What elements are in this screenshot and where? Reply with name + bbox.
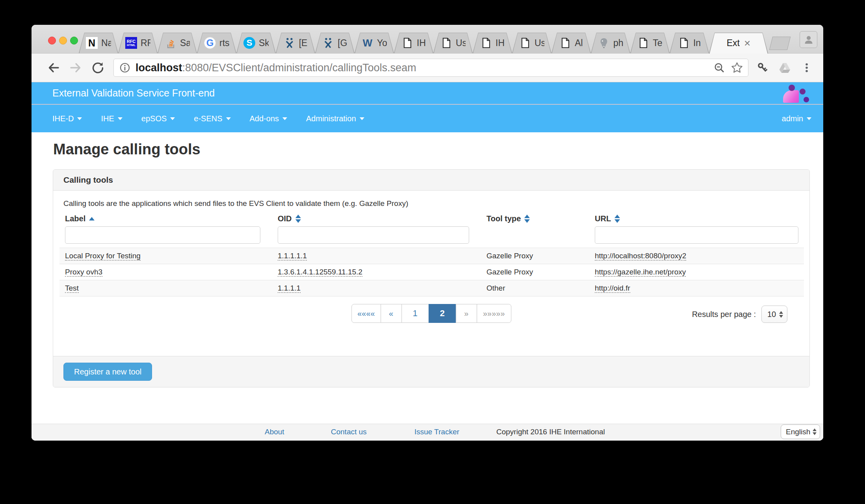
browser-tab[interactable]: IH [473, 33, 512, 53]
column-header-oid[interactable]: OID [272, 213, 481, 226]
select-stepper-icon [779, 311, 783, 318]
browser-tab[interactable]: In [670, 33, 709, 53]
first-page-button[interactable]: «««« [351, 304, 381, 323]
chevron-down-icon [807, 117, 811, 120]
browser-tab[interactable]: IH [394, 33, 433, 53]
menu-administration[interactable]: Administration [306, 114, 364, 123]
page-info-icon[interactable] [119, 62, 130, 73]
oid-filter-input[interactable] [278, 226, 469, 244]
calling-tools-panel: Calling tools Calling tools are the appl… [53, 169, 810, 387]
document-icon [559, 37, 571, 49]
about-link[interactable]: About [265, 428, 284, 436]
bookmark-star-icon[interactable] [731, 61, 743, 74]
main-menu: IHE-D IHE epSOS e-SENS Add-ons Administr… [32, 105, 823, 132]
google-icon: G [204, 37, 216, 49]
tool-url-link[interactable]: http://oid.fr [595, 284, 630, 293]
chevron-down-icon [118, 117, 123, 120]
previous-page-button[interactable]: « [381, 304, 402, 323]
reload-button[interactable] [87, 59, 109, 77]
page-1-button[interactable]: 1 [401, 304, 429, 323]
back-button[interactable] [43, 59, 65, 77]
browser-tab[interactable]: Us [512, 33, 551, 53]
menu-ihe[interactable]: IHE [101, 114, 122, 123]
tool-type-text: Gazelle Proxy [486, 268, 533, 276]
next-page-button[interactable]: » [456, 304, 477, 323]
minimize-window-button[interactable] [59, 37, 67, 44]
browser-tab[interactable]: Us [433, 33, 473, 53]
browser-tab[interactable]: ph [591, 33, 630, 53]
menu-epsos[interactable]: epSOS [141, 114, 175, 123]
tool-label-link[interactable]: Proxy ovh3 [65, 268, 102, 277]
register-new-tool-button[interactable]: Register a new tool [63, 363, 152, 381]
page-content: Manage calling tools Calling tools Calli… [32, 132, 823, 441]
browser-tab[interactable]: Sa [158, 33, 197, 53]
profile-button[interactable] [800, 31, 817, 48]
tool-label-link[interactable]: Test [65, 284, 79, 293]
column-header-url[interactable]: URL [589, 213, 804, 226]
label-filter-input[interactable] [65, 226, 260, 244]
zoom-out-icon[interactable] [713, 62, 725, 74]
drive-icon [778, 61, 791, 74]
sort-icon[interactable] [295, 215, 301, 223]
language-select[interactable]: English [781, 424, 820, 439]
n-icon: N [86, 37, 98, 49]
sort-icon[interactable] [614, 215, 620, 223]
url-filter-input[interactable] [595, 226, 798, 244]
last-page-button[interactable]: »»»»» [477, 304, 511, 323]
browser-tab[interactable]: RFCHTMLRF [118, 33, 158, 53]
issue-tracker-link[interactable]: Issue Tracker [414, 428, 459, 436]
browser-tab[interactable]: SSk [236, 33, 276, 53]
browser-window: NNa RFCHTMLRF Sa Grts SSk [E [G WYo IH U… [32, 25, 823, 441]
calling-tools-table: Label OID Tool type URL Local P [59, 213, 804, 296]
tool-label-link[interactable]: Local Proxy for Testing [65, 252, 141, 261]
jira-icon [284, 37, 295, 49]
browser-tab[interactable]: WYo [355, 33, 394, 53]
browser-tab[interactable]: Al [551, 33, 591, 53]
select-stepper-icon [813, 428, 817, 435]
stackoverflow-icon [165, 37, 176, 49]
kebab-menu-icon [801, 62, 813, 74]
column-header-tool-type[interactable]: Tool type [481, 213, 589, 226]
browser-tab[interactable]: Te [630, 33, 670, 53]
browser-tab[interactable]: NNa [79, 33, 118, 53]
password-extension-button[interactable] [752, 59, 774, 77]
menu-user-admin[interactable]: admin [782, 114, 811, 123]
page-2-button[interactable]: 2 [429, 304, 456, 323]
tool-oid-link[interactable]: 1.3.6.1.4.1.12559.11.15.2 [278, 268, 362, 277]
menu-addons[interactable]: Add-ons [250, 114, 288, 123]
browser-tab[interactable]: Grts [197, 33, 236, 53]
rfc-html-icon: RFCHTML [125, 37, 137, 49]
browser-tab[interactable]: [G [315, 33, 355, 53]
document-icon [480, 37, 492, 49]
results-per-page-label: Results per page : [692, 310, 756, 319]
tool-url-link[interactable]: https://gazelle.ihe.net/proxy [595, 268, 686, 277]
tool-oid-link[interactable]: 1.1.1.1.1 [278, 252, 307, 261]
drive-extension-button[interactable] [774, 59, 796, 77]
browser-menu-button[interactable] [796, 59, 818, 77]
zoom-window-button[interactable] [70, 37, 78, 44]
column-header-label[interactable]: Label [59, 213, 272, 226]
close-tab-icon[interactable]: × [744, 38, 750, 49]
contact-us-link[interactable]: Contact us [331, 428, 367, 436]
gazelle-logo-icon [783, 85, 812, 103]
tool-oid-link[interactable]: 1.1.1.1 [278, 284, 301, 293]
new-tab-button[interactable] [769, 37, 791, 50]
sort-asc-icon[interactable] [89, 217, 95, 220]
forward-button[interactable] [65, 59, 87, 77]
sort-icon[interactable] [524, 215, 530, 223]
menu-ihe-d[interactable]: IHE-D [52, 114, 82, 123]
tool-url-link[interactable]: http://localhost:8080/proxy2 [595, 252, 686, 261]
tool-type-text: Other [486, 284, 505, 292]
reload-icon [91, 61, 104, 74]
results-per-page-select[interactable]: 10 [761, 306, 787, 323]
address-bar[interactable]: localhost:8080/EVSClient/administration/… [113, 59, 748, 77]
chevron-down-icon [77, 117, 82, 120]
browser-tab[interactable]: [E [276, 33, 315, 53]
chevron-down-icon [170, 117, 175, 120]
document-icon [440, 37, 452, 49]
active-tab[interactable]: Ext× [709, 33, 768, 54]
menu-esens[interactable]: e-SENS [194, 114, 230, 123]
document-icon [519, 37, 531, 49]
close-window-button[interactable] [48, 37, 56, 44]
copyright-text: Copyright 2016 IHE International [496, 428, 605, 436]
